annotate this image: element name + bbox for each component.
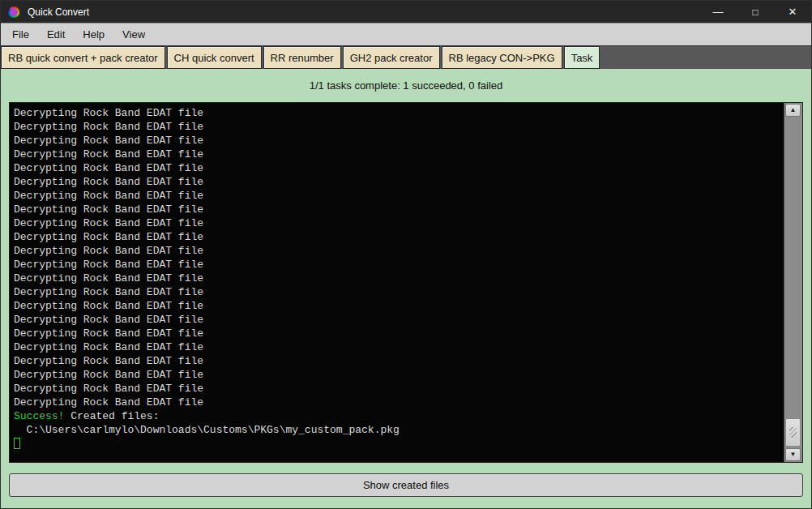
console-success-line: Success! Created files: — [14, 409, 784, 423]
console-log-line: Decrypting Rock Band EDAT file — [14, 244, 784, 258]
console-cursor-line — [14, 437, 784, 451]
menu-item-help[interactable]: Help — [74, 28, 113, 41]
show-created-files-button[interactable]: Show created files — [9, 473, 803, 497]
success-label: Success! — [14, 410, 64, 422]
console-log-line: Decrypting Rock Band EDAT file — [14, 216, 784, 230]
console-log-line: Decrypting Rock Band EDAT file — [14, 148, 784, 161]
console-log-line: Decrypting Rock Band EDAT file — [14, 258, 784, 272]
console-output: Decrypting Rock Band EDAT fileDecrypting… — [10, 103, 784, 462]
app-window: Quick Convert — □ ✕ FileEditHelpView RB … — [0, 0, 812, 509]
terminal-cursor — [14, 438, 20, 449]
window-controls: — □ ✕ — [699, 1, 811, 23]
console-log-line: Decrypting Rock Band EDAT file — [14, 354, 784, 368]
console-log-line: Decrypting Rock Band EDAT file — [14, 327, 784, 340]
console-log-line: Decrypting Rock Band EDAT file — [14, 120, 784, 134]
console-scrollbar[interactable]: ▲ ▼ — [784, 103, 802, 462]
task-panel: 1/1 tasks complete: 1 succeeded, 0 faile… — [1, 69, 811, 508]
tab-ch-quick-convert[interactable]: CH quick convert — [167, 46, 262, 69]
console-log-line: Decrypting Rock Band EDAT file — [14, 299, 784, 313]
scroll-down-icon[interactable]: ▼ — [785, 448, 801, 461]
console-log-line: Decrypting Rock Band EDAT file — [14, 340, 784, 354]
tab-rb-legacy-con-pkg[interactable]: RB legacy CON->PKG — [442, 46, 562, 69]
window-title: Quick Convert — [28, 6, 699, 18]
tab-rb-quick-convert-pack-creator[interactable]: RB quick convert + pack creator — [1, 46, 165, 69]
tab-bar: RB quick convert + pack creatorCH quick … — [1, 46, 811, 69]
console-log-line: Decrypting Rock Band EDAT file — [14, 189, 784, 203]
menu-item-edit[interactable]: Edit — [38, 28, 74, 41]
console-log-line: Decrypting Rock Band EDAT file — [14, 230, 784, 244]
minimize-button[interactable]: — — [699, 1, 737, 23]
console-log-line: Decrypting Rock Band EDAT file — [14, 106, 784, 120]
title-bar: Quick Convert — □ ✕ — [1, 1, 811, 23]
console-log-line: Decrypting Rock Band EDAT file — [14, 272, 784, 285]
console-log-line: Decrypting Rock Band EDAT file — [14, 313, 784, 327]
menu-bar: FileEditHelpView — [1, 23, 811, 46]
console-panel: Decrypting Rock Band EDAT fileDecrypting… — [9, 102, 803, 463]
console-log-line: Decrypting Rock Band EDAT file — [14, 396, 784, 409]
scrollbar-thumb[interactable] — [785, 418, 801, 447]
close-button[interactable]: ✕ — [774, 1, 811, 23]
console-log-line: Decrypting Rock Band EDAT file — [14, 134, 784, 148]
maximize-button[interactable]: □ — [737, 1, 774, 23]
console-log-line: Decrypting Rock Band EDAT file — [14, 203, 784, 216]
console-log-line: Decrypting Rock Band EDAT file — [14, 382, 784, 396]
tab-task[interactable]: Task — [564, 46, 600, 69]
console-log-line: Decrypting Rock Band EDAT file — [14, 368, 784, 382]
task-status-text: 1/1 tasks complete: 1 succeeded, 0 faile… — [1, 69, 811, 102]
scrollbar-grip — [789, 427, 797, 438]
tab-rr-renumber[interactable]: RR renumber — [263, 46, 341, 69]
scroll-up-icon[interactable]: ▲ — [785, 104, 801, 117]
app-icon — [7, 6, 20, 19]
console-log-line: Decrypting Rock Band EDAT file — [14, 175, 784, 189]
created-file-path: C:\Users\carlmylo\Downloads\Customs\PKGs… — [14, 423, 784, 437]
menu-item-file[interactable]: File — [3, 28, 38, 41]
tab-gh2-pack-creator[interactable]: GH2 pack creator — [343, 46, 440, 69]
console-log-line: Decrypting Rock Band EDAT file — [14, 285, 784, 299]
menu-item-view[interactable]: View — [113, 28, 154, 41]
console-log-line: Decrypting Rock Band EDAT file — [14, 161, 784, 175]
